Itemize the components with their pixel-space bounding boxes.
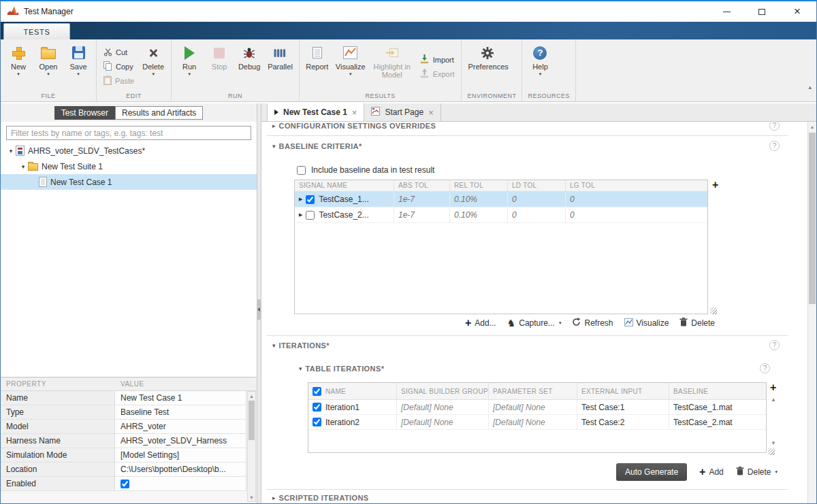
filter-tests-input[interactable]: [6, 126, 251, 140]
document-tabbar: New Test Case 1 × Start Page ×: [261, 103, 816, 122]
row-checkbox[interactable]: [313, 418, 321, 426]
copy-button[interactable]: Copy: [102, 61, 135, 73]
delete-button[interactable]: Delete ▾: [139, 41, 167, 92]
property-row-simulation-mode: Simulation Mode [Model Settings]: [1, 448, 257, 463]
close-icon[interactable]: ×: [428, 107, 434, 118]
section-help-icon[interactable]: [769, 141, 780, 151]
close-icon[interactable]: ×: [352, 107, 357, 118]
row-checkbox[interactable]: [313, 403, 321, 411]
scroll-down-icon[interactable]: ▼: [248, 493, 255, 501]
scroll-up-icon[interactable]: ▲: [771, 397, 776, 403]
cut-button[interactable]: Cut: [102, 47, 135, 58]
collapse-panel-handle[interactable]: [257, 299, 261, 320]
new-button[interactable]: New ▾: [4, 41, 33, 92]
group-label-resources: RESOURCES: [522, 92, 575, 101]
column-parameter-set[interactable]: PARAMETER SET: [489, 383, 577, 399]
column-signal-builder-group[interactable]: SIGNAL BUILDER GROUP: [397, 383, 489, 399]
chevron-down-icon: ▾: [775, 469, 778, 475]
table-row-testcase-1[interactable]: ▶ TestCase_1... 1e-7 0.10% 0 0: [295, 192, 707, 207]
column-external-input[interactable]: EXTERNAL INPUT: [577, 383, 669, 399]
run-button[interactable]: Run ▾: [175, 41, 204, 92]
row-expand-icon[interactable]: ▶: [299, 197, 302, 202]
close-button[interactable]: ×: [792, 6, 803, 17]
section-table-iterations[interactable]: ▾ TABLE ITERATIONS*: [299, 363, 770, 373]
property-row-model: Model AHRS_voter: [1, 420, 257, 434]
auto-generate-button[interactable]: Auto Generate: [616, 463, 687, 481]
table-row-iteration1[interactable]: Iteration1 [Default] None [Default] None…: [308, 400, 766, 415]
resize-grip[interactable]: [768, 448, 775, 455]
preferences-button[interactable]: Preferences: [465, 41, 510, 92]
tab-start-page[interactable]: Start Page ×: [364, 103, 440, 121]
section-help-icon[interactable]: [760, 363, 770, 373]
column-rel-tol[interactable]: REL TOL: [450, 180, 508, 191]
paste-button[interactable]: Paste: [102, 75, 135, 87]
expander-icon[interactable]: ▾: [18, 163, 28, 170]
delete-signal-button[interactable]: Delete: [679, 318, 715, 329]
parallel-button[interactable]: Parallel: [265, 41, 295, 92]
help-button[interactable]: Help ▾: [526, 41, 554, 92]
row-checkbox[interactable]: [306, 211, 315, 220]
debug-button[interactable]: Debug: [235, 41, 263, 92]
row-checkbox[interactable]: [306, 195, 315, 204]
stop-button[interactable]: Stop: [205, 41, 234, 92]
section-help-icon[interactable]: [769, 122, 780, 131]
scroll-down-icon[interactable]: ▼: [771, 440, 776, 446]
section-baseline-criteria[interactable]: ▾ BASELINE CRITERIA*: [272, 141, 780, 151]
column-signal-name[interactable]: SIGNAL NAME: [295, 180, 394, 191]
resize-grip[interactable]: [710, 307, 717, 314]
report-button[interactable]: Report: [303, 41, 332, 92]
save-button[interactable]: Save ▾: [64, 41, 93, 92]
add-iteration-button[interactable]: +: [770, 383, 776, 392]
visualize-button-ribbon[interactable]: Visualize ▾: [333, 41, 368, 92]
section-iterations[interactable]: ▾ ITERATIONS*: [272, 340, 780, 350]
tab-tests[interactable]: TESTS: [3, 23, 70, 39]
expander-icon[interactable]: ▾: [6, 148, 16, 154]
column-baseline[interactable]: BASELINE: [669, 383, 766, 399]
group-label-results: RESULTS: [300, 92, 462, 101]
add-iteration-row-button[interactable]: + Add: [699, 467, 724, 477]
enabled-checkbox[interactable]: [121, 480, 129, 488]
open-button[interactable]: Open ▾: [34, 41, 63, 92]
ribbon-toolbar: New ▾ Open ▾ Save ▾ FILE: [1, 39, 816, 102]
include-baseline-checkbox[interactable]: [297, 166, 306, 175]
main-scrollbar[interactable]: ▲: [807, 122, 816, 503]
tree-item-test-case[interactable]: New Test Case 1: [1, 174, 257, 190]
delete-iteration-button[interactable]: Delete ▾: [736, 467, 778, 477]
column-lg-tol[interactable]: LG TOL: [566, 180, 707, 191]
test-suite-icon: [28, 163, 38, 171]
select-all-checkbox[interactable]: [313, 387, 321, 396]
scrollbar-thumb[interactable]: [809, 133, 816, 304]
table-iterations-table: NAME SIGNAL BUILDER GROUP PARAMETER SET …: [308, 382, 767, 453]
property-scrollbar[interactable]: ▲ ▼: [247, 391, 256, 502]
collapse-ribbon-icon[interactable]: ▴: [808, 84, 812, 90]
scrollbar-thumb[interactable]: [249, 401, 255, 440]
include-baseline-option[interactable]: Include baseline data in test result: [297, 165, 434, 175]
scroll-up-icon[interactable]: ▲: [808, 122, 816, 131]
panel-splitter[interactable]: [257, 103, 261, 503]
table-row-testcase-2[interactable]: ▶ TestCase_2... 1e-7 0.10% 0 0: [295, 207, 707, 223]
highlight-in-model-button[interactable]: Highlight in Model: [370, 41, 415, 92]
section-help-icon[interactable]: [769, 340, 780, 350]
export-button[interactable]: Export: [418, 68, 456, 80]
add-button[interactable]: + Add...: [465, 318, 496, 328]
minimize-button[interactable]: [721, 6, 732, 17]
tab-test-browser[interactable]: Test Browser: [54, 106, 115, 120]
column-abs-tol[interactable]: ABS TOL: [394, 180, 450, 191]
visualize-button[interactable]: Visualize: [624, 318, 669, 329]
window-controls: ×: [721, 6, 810, 17]
import-button[interactable]: Import: [418, 54, 456, 65]
capture-button[interactable]: ♞ Capture... ▾: [507, 318, 562, 328]
add-signal-button[interactable]: +: [712, 180, 718, 190]
tree-item-test-file[interactable]: ▾ AHRS_voter_SLDV_TestCases*: [1, 143, 257, 158]
tab-new-test-case-1[interactable]: New Test Case 1 ×: [267, 103, 364, 121]
maximize-button[interactable]: [756, 6, 767, 17]
tab-results-and-artifacts[interactable]: Results and Artifacts: [115, 106, 203, 120]
section-scripted-iterations[interactable]: ▸ SCRIPTED ITERATIONS: [272, 494, 780, 502]
row-expand-icon[interactable]: ▶: [299, 212, 302, 218]
table-row-iteration2[interactable]: Iteration2 [Default] None [Default] None…: [308, 415, 766, 430]
section-configuration-settings-overrides[interactable]: ▸ CONFIGURATION SETTINGS OVERRIDES: [272, 122, 780, 131]
scroll-up-icon[interactable]: ▲: [248, 392, 255, 400]
refresh-button[interactable]: Refresh: [572, 318, 613, 329]
column-ld-tol[interactable]: LD TOL: [508, 180, 566, 191]
tree-item-test-suite[interactable]: ▾ New Test Suite 1: [1, 158, 257, 174]
